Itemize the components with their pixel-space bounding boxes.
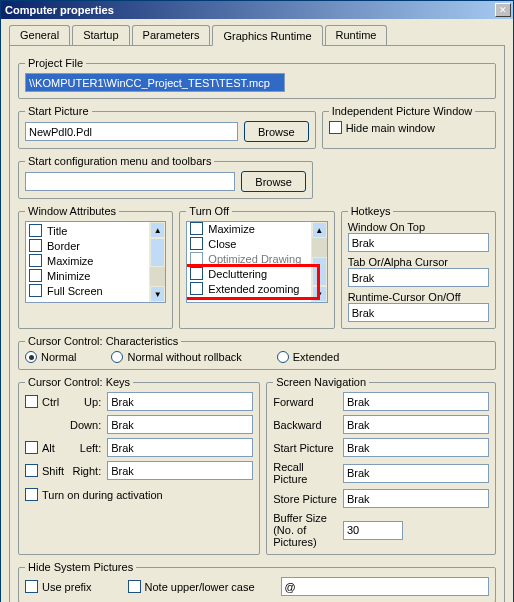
- window-attributes-legend: Window Attributes: [25, 205, 119, 217]
- start-config-browse-button[interactable]: Browse: [241, 171, 306, 192]
- backward-label: Backward: [273, 419, 337, 431]
- recall-picture-label: Recall Picture: [273, 461, 337, 485]
- list-item[interactable]: Border: [28, 238, 163, 253]
- store-picture-label: Store Picture: [273, 493, 337, 505]
- titlebar: Computer properties ✕: [1, 1, 513, 19]
- radio-extended[interactable]: Extended: [277, 351, 339, 363]
- ipw-group: Independent Picture Window Hide main win…: [322, 105, 496, 149]
- hotkey-tab-alpha-label: Tab Or/Alpha Cursor: [348, 256, 489, 268]
- hotkeys-group: Hotkeys Window On Top Tab Or/Alpha Curso…: [341, 205, 496, 329]
- cursor-characteristics-legend: Cursor Control: Characteristics: [25, 335, 181, 347]
- list-item[interactable]: Minimize: [28, 268, 163, 283]
- scrollbar[interactable]: ▲ ▼: [311, 222, 327, 302]
- left-input[interactable]: [107, 438, 253, 457]
- cursor-characteristics-group: Cursor Control: Characteristics Normal N…: [18, 335, 496, 370]
- hotkeys-legend: Hotkeys: [348, 205, 394, 217]
- recall-picture-input[interactable]: [343, 464, 489, 483]
- scrollbar[interactable]: ▲ ▼: [149, 222, 165, 302]
- window-title: Computer properties: [5, 4, 114, 16]
- ipw-legend: Independent Picture Window: [329, 105, 476, 117]
- up-input[interactable]: [107, 392, 253, 411]
- scroll-up-icon[interactable]: ▲: [150, 222, 165, 238]
- window-attributes-group: Window Attributes Title Border Maximize …: [18, 205, 173, 329]
- hotkey-runtime-cursor-label: Runtime-Cursor On/Off: [348, 291, 489, 303]
- radio-normal[interactable]: Normal: [25, 351, 76, 363]
- shift-checkbox[interactable]: Shift: [25, 464, 64, 477]
- start-picture-nav-input[interactable]: [343, 438, 489, 457]
- turn-off-legend: Turn Off: [186, 205, 232, 217]
- list-item[interactable]: Maximize: [189, 221, 324, 236]
- list-item[interactable]: Optimized Drawing: [189, 251, 324, 266]
- properties-window: Computer properties ✕ General Startup Pa…: [0, 0, 514, 602]
- tab-startup[interactable]: Startup: [72, 25, 129, 45]
- hide-system-pictures-group: Hide System Pictures Use prefix Note upp…: [18, 561, 496, 602]
- scroll-up-icon[interactable]: ▲: [312, 222, 327, 238]
- start-config-legend: Start configuration menu and toolbars: [25, 155, 214, 167]
- cursor-keys-legend: Cursor Control: Keys: [25, 376, 133, 388]
- project-file-legend: Project File: [25, 57, 86, 69]
- scroll-thumb[interactable]: [150, 238, 165, 267]
- down-input[interactable]: [107, 415, 253, 434]
- screen-navigation-legend: Screen Navigation: [273, 376, 369, 388]
- cursor-keys-group: Cursor Control: Keys Ctrl Up: Down: Alt …: [18, 376, 260, 555]
- tab-strip: General Startup Parameters Graphics Runt…: [9, 25, 505, 46]
- tab-runtime[interactable]: Runtime: [325, 25, 388, 45]
- prefix-input[interactable]: [281, 577, 489, 596]
- project-file-group: Project File: [18, 57, 496, 99]
- start-picture-label: Start Picture: [273, 442, 337, 454]
- list-item[interactable]: Extended zooming: [189, 281, 324, 296]
- buffer-size-label: Buffer Size (No. of Pictures): [273, 512, 337, 548]
- use-prefix-checkbox[interactable]: Use prefix: [25, 580, 92, 593]
- list-item[interactable]: Decluttering: [189, 266, 324, 281]
- down-label: Down:: [70, 419, 101, 431]
- start-config-input[interactable]: [25, 172, 235, 191]
- start-picture-group: Start Picture Browse: [18, 105, 316, 149]
- turn-off-listbox[interactable]: Maximize Close Optimized Drawing Declutt…: [186, 221, 327, 303]
- up-label: Up:: [70, 396, 101, 408]
- ctrl-checkbox[interactable]: Ctrl: [25, 395, 64, 408]
- start-picture-legend: Start Picture: [25, 105, 92, 117]
- forward-input[interactable]: [343, 392, 489, 411]
- backward-input[interactable]: [343, 415, 489, 434]
- scroll-down-icon[interactable]: ▼: [150, 286, 165, 302]
- scroll-down-icon[interactable]: ▼: [312, 286, 327, 302]
- hide-main-window-checkbox[interactable]: Hide main window: [329, 121, 435, 134]
- tab-parameters[interactable]: Parameters: [132, 25, 211, 45]
- right-input[interactable]: [107, 461, 253, 480]
- buffer-size-input[interactable]: [343, 521, 403, 540]
- list-item[interactable]: Full Screen: [28, 283, 163, 298]
- list-item[interactable]: Maximize: [28, 253, 163, 268]
- tab-graphics-runtime[interactable]: Graphics Runtime: [212, 25, 322, 46]
- left-label: Left:: [70, 442, 101, 454]
- hotkey-runtime-cursor-input[interactable]: [348, 303, 489, 322]
- note-case-checkbox[interactable]: Note upper/lower case: [128, 580, 255, 593]
- list-item[interactable]: Close: [189, 236, 324, 251]
- scroll-thumb[interactable]: [312, 257, 327, 286]
- window-attributes-listbox[interactable]: Title Border Maximize Minimize Full Scre…: [25, 221, 166, 303]
- hide-system-legend: Hide System Pictures: [25, 561, 136, 573]
- hotkey-window-on-top-label: Window On Top: [348, 221, 489, 233]
- project-file-input[interactable]: [25, 73, 285, 92]
- list-item[interactable]: Title: [28, 223, 163, 238]
- alt-checkbox[interactable]: Alt: [25, 441, 64, 454]
- hotkey-tab-alpha-input[interactable]: [348, 268, 489, 287]
- right-label: Right:: [70, 465, 101, 477]
- tab-general[interactable]: General: [9, 25, 70, 45]
- start-picture-browse-button[interactable]: Browse: [244, 121, 309, 142]
- radio-normal-without-rollback[interactable]: Normal without rollback: [111, 351, 241, 363]
- start-config-group: Start configuration menu and toolbars Br…: [18, 155, 313, 199]
- turn-off-group: Turn Off Maximize Close Optimized Drawin…: [179, 205, 334, 329]
- store-picture-input[interactable]: [343, 489, 489, 508]
- start-picture-input[interactable]: [25, 122, 238, 141]
- close-button[interactable]: ✕: [495, 3, 511, 17]
- forward-label: Forward: [273, 396, 337, 408]
- turn-on-activation-checkbox[interactable]: Turn on during activation: [25, 488, 163, 501]
- tab-body: Project File Start Picture Browse Indepe…: [9, 46, 505, 602]
- screen-navigation-group: Screen Navigation Forward Backward Start…: [266, 376, 496, 555]
- hotkey-window-on-top-input[interactable]: [348, 233, 489, 252]
